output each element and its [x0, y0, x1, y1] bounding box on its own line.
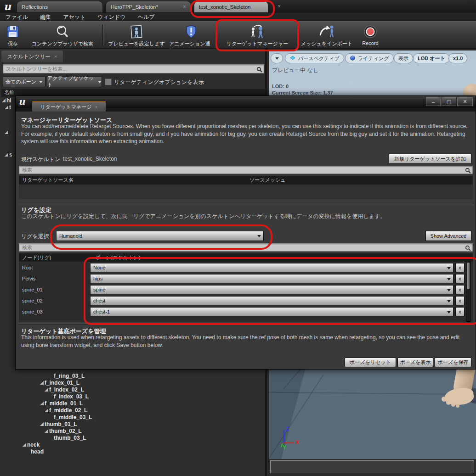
bone-column: ボーン(スケルトン)	[96, 254, 140, 261]
maximize-button[interactable]: ▢	[442, 97, 456, 106]
expand-arrow-icon[interactable]	[5, 130, 8, 134]
tab-herotpp-skeleton[interactable]: HeroTPP_Skeleton* ×	[106, 1, 191, 12]
tree-item-partial[interactable]	[5, 129, 9, 135]
add-retarget-source-button[interactable]: 新規リターゲットソースを追加	[389, 154, 471, 164]
expand-arrow-icon[interactable]	[23, 443, 26, 447]
retarget-manager-window: u – ▢ ✕ リターゲットマネージ × マネージャーリターゲットソース You…	[15, 95, 476, 370]
axis-z-line	[283, 430, 284, 443]
tree-item[interactable]: thumb_02_L	[45, 427, 82, 434]
viewport-show-button[interactable]: 表示	[394, 53, 413, 63]
save-button[interactable]: 保存	[2, 23, 24, 47]
current-skeleton-value: test_xonotic_Skeleton	[63, 156, 117, 162]
tree-item-partial[interactable]: t	[5, 104, 11, 111]
preview-status-text: プレビュー中 なし	[272, 67, 318, 74]
tree-item[interactable]: f_middle_02_L	[45, 407, 87, 414]
viewport-floor[interactable]: Z X Y	[269, 363, 476, 459]
clear-bone-button[interactable]: x	[455, 285, 465, 294]
expand-arrow-icon[interactable]	[40, 402, 44, 405]
document-tab-bar: u Reflections HeroTPP_Skeleton* × test_x…	[0, 0, 476, 13]
expand-arrow-icon[interactable]	[40, 422, 44, 426]
tree-item[interactable]: f_index_01_L	[40, 379, 79, 386]
chevron-down-icon	[275, 57, 279, 60]
tree-item[interactable]: thumb_01_L	[40, 420, 77, 427]
find-in-content-browser-button[interactable]: コンテンツブラウザで検索	[26, 23, 99, 47]
show-retargeting-options-checkbox[interactable]	[105, 78, 112, 85]
menu-file[interactable]: ファイル	[6, 13, 28, 21]
show-advanced-button[interactable]: Show Advanced	[425, 231, 471, 241]
rig-table-header[interactable]: ノード(リグ) ボーン(スケルトン)	[19, 253, 473, 262]
bone-select-dropdown[interactable]: hips	[90, 274, 453, 283]
viewport-lighting-button[interactable]: ライティング	[345, 53, 394, 63]
close-icon[interactable]: ×	[183, 4, 186, 10]
record-icon	[363, 23, 378, 40]
scrollbar-thumb[interactable]	[467, 263, 470, 289]
tree-item[interactable]: head	[31, 448, 44, 455]
tab-label: test_xonotic_Skeleton	[199, 4, 251, 10]
tree-item-partial[interactable]: s	[5, 151, 12, 158]
close-icon[interactable]: ×	[278, 3, 281, 10]
bones-filter-dropdown[interactable]: 全てのボーン	[3, 76, 45, 87]
tree-item-partial[interactable]: hi	[2, 97, 11, 104]
minimize-button[interactable]: –	[426, 97, 441, 106]
expand-arrow-icon[interactable]	[5, 153, 8, 157]
save-pose-button[interactable]: ポーズを保存	[435, 358, 471, 367]
save-icon	[6, 23, 20, 40]
axis-x-label: X	[295, 439, 299, 446]
close-button[interactable]: ✕	[457, 97, 473, 106]
retarget-source-search-input[interactable]	[19, 166, 473, 174]
clear-bone-button[interactable]: x	[455, 307, 465, 316]
tab-reflections[interactable]: Reflections	[17, 1, 103, 12]
viewport-lod-button[interactable]: LOD オート	[413, 53, 450, 63]
rig-node-name: Root	[22, 265, 33, 270]
tab-test-xonotic-skeleton[interactable]: test_xonotic_Skeleton	[194, 1, 268, 12]
source-table-body[interactable]	[19, 185, 473, 199]
bone-select-dropdown[interactable]: spine	[90, 285, 453, 294]
import-mesh-button[interactable]: メッシュをインポート	[298, 23, 356, 47]
viewport-options-dropdown[interactable]	[271, 53, 283, 63]
expand-arrow-icon[interactable]	[45, 388, 48, 392]
skeleton-tree-tab[interactable]: スケルトンツリー ×	[1, 50, 63, 62]
tree-item[interactable]: f_middle_01_L	[40, 400, 83, 407]
expand-arrow-icon[interactable]	[40, 381, 44, 385]
close-icon[interactable]: ×	[54, 54, 57, 59]
expand-arrow-icon[interactable]	[45, 429, 48, 433]
sockets-filter-dropdown[interactable]: アクティブなソケット	[47, 76, 102, 87]
expand-arrow-icon[interactable]	[45, 409, 48, 412]
menu-asset[interactable]: アセット	[63, 13, 85, 21]
menu-window[interactable]: ウィンドウ	[97, 13, 125, 21]
expand-arrow-icon[interactable]	[5, 106, 8, 109]
view-pose-button[interactable]: ポーズを表示	[397, 358, 433, 367]
bone-select-dropdown[interactable]: chest	[90, 296, 453, 305]
scrollbar-track[interactable]	[466, 262, 470, 322]
source-table-header[interactable]: リターゲットソース名 ソースメッシュ	[19, 176, 473, 185]
clear-bone-button[interactable]: x	[455, 263, 465, 272]
bone-select-dropdown[interactable]: chest-1	[90, 307, 453, 316]
menu-help[interactable]: ヘルプ	[138, 13, 155, 21]
skeleton-tree-search-input[interactable]	[3, 64, 264, 73]
tree-item[interactable]: f_middle_03_L	[54, 414, 92, 420]
retarget-manager-button[interactable]: リターゲットマネージャー	[221, 23, 293, 47]
bone-select-dropdown[interactable]: None	[90, 263, 453, 272]
menu-edit[interactable]: 編集	[40, 13, 51, 21]
clear-bone-button[interactable]: x	[455, 274, 465, 283]
set-preview-mesh-button[interactable]: プレビューを設定します	[106, 23, 167, 47]
tree-item[interactable]: f_index_03_L	[54, 393, 89, 400]
tree-item[interactable]: f_index_02_L	[45, 386, 84, 393]
retarget-manager-tab[interactable]: リターゲットマネージ ×	[32, 101, 106, 112]
clear-bone-button[interactable]: x	[455, 296, 465, 305]
timeline-panel[interactable]	[270, 460, 474, 473]
viewport-speed-button[interactable]: x1.0	[448, 53, 467, 63]
ue-editor-window: u Reflections HeroTPP_Skeleton* × test_x…	[0, 0, 476, 476]
reset-pose-button[interactable]: ポーズをリセット	[345, 358, 396, 367]
record-button[interactable]: Record	[357, 23, 383, 46]
rig-select-dropdown[interactable]: Humanoid	[56, 231, 264, 241]
viewport-perspective-button[interactable]: パースペクティブ	[285, 53, 344, 63]
tree-item[interactable]: thumb_03_L	[54, 434, 86, 441]
expand-arrow-icon[interactable]	[2, 99, 6, 102]
tree-item[interactable]: f_ring_03_L	[54, 372, 85, 379]
rig-bone-search-input[interactable]	[19, 243, 473, 252]
unreal-logo: u	[4, 0, 11, 12]
close-icon[interactable]: ×	[95, 105, 98, 110]
section-divider	[19, 324, 473, 325]
tree-item[interactable]: neck	[23, 441, 40, 448]
